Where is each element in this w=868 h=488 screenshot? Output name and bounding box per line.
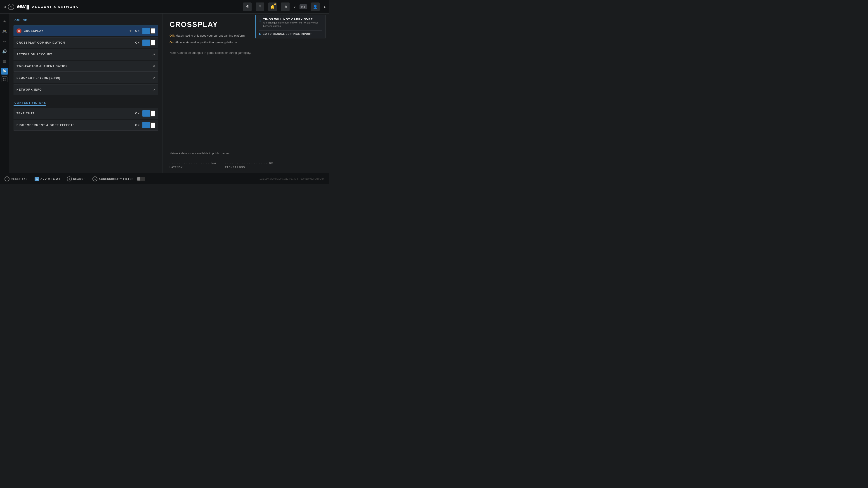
game-logo: MW||| [17,4,29,10]
accessibility-toggle[interactable] [137,177,145,181]
latency-stat: - - - - - - - - - - - - - - - - - N/A LA… [169,162,216,168]
sidebar-icon-sub[interactable]: ⬚ [2,76,7,82]
network-stats: - - - - - - - - - - - - - - - - - N/A LA… [169,162,322,168]
bottombar: ○ RESET TAB A ADD ★ [8/15] ⊕ SEARCH △ AC… [0,173,329,184]
latency-value: N/A [211,162,216,165]
sidebar-icon-audio[interactable]: 🔊 [1,48,8,55]
reset-tab-label: RESET TAB [11,177,28,180]
notif-header: ℹ TINGS WILL NOT CARRY OVER Any changes … [259,18,322,28]
activision-account-row[interactable]: ACTIVISION ACCOUNT ↗ [13,49,158,60]
text-chat-label: TEXT CHAT [17,112,135,115]
r3-badge: R3 [300,4,307,9]
toggle-thumb [151,29,155,33]
sidebar-icon-controller[interactable]: 🎮 [1,28,8,35]
search-circle-icon: ⊕ [67,176,72,182]
accessibility-label: ACCESSIBILITY FILTER [99,177,133,180]
latency-label: LATENCY [169,166,216,168]
sidebar-icon-pencil[interactable]: ✏ [1,38,8,45]
debug-info: 10:1:16466410 [43:205:10124+11:A] T [720… [259,177,324,180]
toggle-on-part [143,28,150,34]
two-factor-label: TWO-FACTOR AUTHENTICATION [17,65,152,68]
crossplay-comm-label: CROSSPLAY COMMUNICATION [17,41,135,44]
text-chat-toggle[interactable] [142,110,155,117]
crossplay-toggle[interactable] [142,28,155,34]
packet-loss-label: PACKET LOSS [225,166,273,168]
sidebar-icon-display[interactable]: ▦ [1,58,8,65]
dismemberment-toggle[interactable] [142,122,155,128]
back-button[interactable]: ◂ [4,4,6,9]
network-note: Network details only available in public… [169,152,322,155]
sidebar-icon-favorites[interactable]: ★ [1,18,8,25]
external-link-icon: ↗ [152,88,155,92]
online-section-label: ONLINE [13,19,27,23]
blocked-players-label: BLOCKED PLAYERS [0/200] [17,76,152,79]
packet-loss-row: - - - - - - - - - - - - - - - - - - 0% [225,162,273,165]
dismemberment-value: ON [135,124,140,127]
content-filters-section-label: CONTENT FILTERS [13,101,46,106]
search-button[interactable]: ⊕ SEARCH [67,176,86,182]
packet-loss-dashes: - - - - - - - - - - - - - - - - - - [225,162,268,165]
notif-action-label: GO TO MANUAL SETTINGS IMPORT [263,33,312,35]
toggle-thumb [151,40,155,45]
topbar: ◂ ⊙ MW||| ACCOUNT & NETWORK 🗄 ⊞ 🔔 ◎ 9 R3… [0,0,329,13]
toggle-on-part [143,122,150,128]
external-link-icon: ↗ [152,53,155,57]
latency-row: - - - - - - - - - - - - - - - - - N/A [169,162,216,165]
latency-dashes: - - - - - - - - - - - - - - - - - [169,162,210,165]
circle-player-btn[interactable]: ◎ [281,2,289,11]
grid-icon-btn[interactable]: ⊞ [256,2,264,11]
network-info-label: NETWORK INFO [17,88,152,91]
crossplay-row[interactable]: ✕ CROSSPLAY ★ ON [13,26,158,36]
accessibility-toggle-thumb [137,177,141,181]
detail-desc-note: Note: Cannot be changed in game lobbies … [169,51,322,55]
search-label: SEARCH [73,177,86,180]
text-chat-row[interactable]: TEXT CHAT ON [13,108,158,119]
crossplay-label: CROSSPLAY [24,29,129,33]
toggle-thumb [151,123,155,128]
toggle-on-part [143,39,150,46]
sidebar-icon-network[interactable]: 📡 [1,68,8,74]
add-favorite-button[interactable]: A ADD ★ [8/15] [35,177,60,181]
info-icon: ℹ [259,18,261,23]
storage-icon-btn[interactable]: 🗄 [243,2,252,11]
notif-body: Any changes done from now on will not ca… [263,21,322,28]
detail-on-label: On: [169,41,175,44]
detail-off-label: Off: [169,34,175,37]
circle-icon: ⊙ [8,4,14,10]
blocked-players-row[interactable]: BLOCKED PLAYERS [0/200] ↗ [13,72,158,84]
settings-panel: ONLINE ✕ CROSSPLAY ★ ON CROSSPLAY COMMUN… [9,13,163,173]
text-chat-value: ON [135,112,140,115]
circle-icon: ○ [4,176,9,182]
player-icon-btn[interactable]: 👤 [311,2,320,11]
external-link-icon: ↗ [152,64,155,68]
manual-settings-import-button[interactable]: ▶ GO TO MANUAL SETTINGS IMPORT [259,30,322,35]
dismemberment-label: DISMEMBERMENT & GORE EFFECTS [17,124,135,127]
dismemberment-row[interactable]: DISMEMBERMENT & GORE EFFECTS ON [13,120,158,131]
crossplay-comm-value: ON [135,41,140,44]
two-factor-row[interactable]: TWO-FACTOR AUTHENTICATION ↗ [13,61,158,72]
toggle-thumb [151,111,155,116]
toggle-on-part [143,110,150,117]
square-icon: A [35,177,39,181]
accessibility-filter-button[interactable]: △ ACCESSIBILITY FILTER [92,176,145,182]
sidebar-icons: ★ 🎮 ✏ 🔊 ▦ 📡 ⬚ [0,13,9,173]
detail-off-text: Matchmaking only uses your current gamin… [176,34,246,37]
detail-on-text: Allow matchmaking with other gaming plat… [175,41,238,44]
topbar-right: 🗄 ⊞ 🔔 ◎ 9 R3 👤 1 [243,2,326,11]
crossplay-comm-toggle[interactable] [142,39,155,46]
player-count-2: 1 [324,5,326,8]
notification-banner: ℹ TINGS WILL NOT CARRY OVER Any changes … [255,15,326,38]
external-link-icon: ↗ [152,76,155,80]
crossplay-communication-row[interactable]: CROSSPLAY COMMUNICATION ON [13,37,158,48]
arrow-icon: ▶ [259,32,261,35]
crossplay-value: ON [135,29,140,33]
network-info-row[interactable]: NETWORK INFO ↗ [13,84,158,95]
star-icon[interactable]: ★ [129,29,132,33]
packet-loss-value: 0% [269,162,273,165]
player-count: 9 [293,5,296,8]
detail-desc-on: On: Allow matchmaking with other gaming … [169,40,322,45]
reset-tab-button[interactable]: ○ RESET TAB [4,176,28,182]
activision-label: ACTIVISION ACCOUNT [17,53,152,56]
packet-loss-stat: - - - - - - - - - - - - - - - - - - 0% P… [225,162,273,168]
bell-icon-btn[interactable]: 🔔 [268,2,277,11]
